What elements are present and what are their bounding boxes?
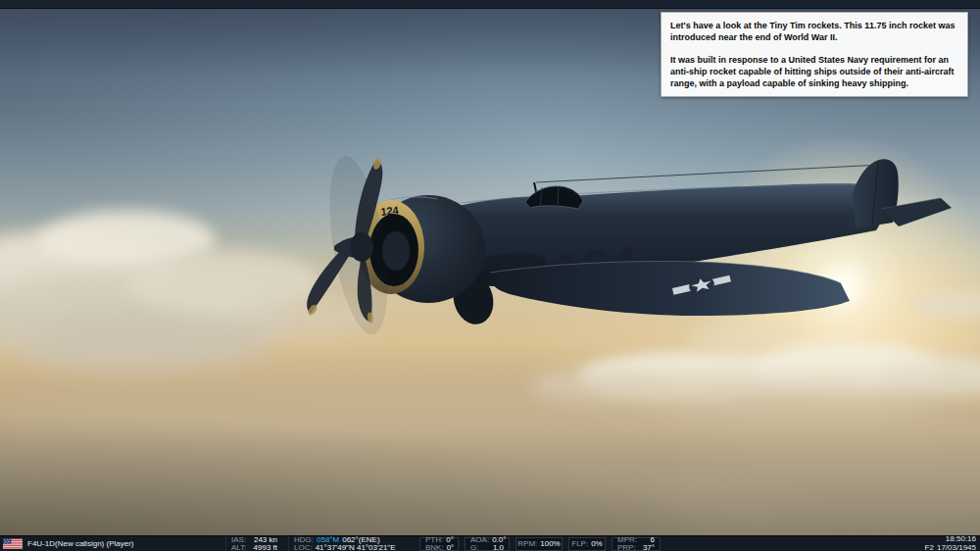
player-name: F4U-1D(New callsign) (Player) bbox=[27, 539, 133, 548]
loc-label: LOC: bbox=[294, 544, 313, 551]
us-flag-icon bbox=[3, 538, 23, 549]
info-bar: F4U-1D(New callsign) (Player) IAS:243 kn… bbox=[0, 535, 980, 551]
g-value: 1.0 bbox=[493, 544, 504, 551]
aoa-g-readout: AOA:0.0° G:1.0 bbox=[465, 537, 510, 551]
canopy bbox=[525, 186, 583, 209]
bnk-value: 0° bbox=[447, 544, 455, 551]
bnk-label: BNK: bbox=[425, 544, 444, 551]
prp-value: 37° bbox=[643, 544, 655, 551]
flp-label: FLP: bbox=[571, 540, 588, 548]
nose-number: 124 bbox=[380, 204, 401, 218]
speed-alt-readout: IAS:243 kn ALT:4993 ft bbox=[225, 536, 282, 551]
briefing-paragraph: Let's have a look at the Tiny Tim rocket… bbox=[670, 20, 958, 43]
view-indicator: F2 bbox=[925, 544, 934, 551]
flight-readouts: IAS:243 kn ALT:4993 ft HDG:058°M062°(ENE… bbox=[225, 536, 661, 551]
mission-date: 17/03/1945 bbox=[937, 544, 976, 551]
briefing-paragraph: It was built in response to a United Sta… bbox=[670, 54, 958, 89]
rpm-readout: RPM:100% bbox=[515, 537, 563, 551]
rpm-value: 100% bbox=[540, 540, 560, 548]
alt-label: ALT: bbox=[231, 544, 246, 551]
flp-value: 0% bbox=[591, 540, 603, 548]
mission-time: 18:50:16 bbox=[946, 535, 976, 543]
pitch-bank-readout: PTH:0° BNK:0° bbox=[419, 537, 459, 551]
clock-readout: 18:50:16 F2 17/03/1945 bbox=[925, 535, 980, 551]
wing bbox=[489, 261, 850, 316]
rpm-label: RPM: bbox=[517, 540, 537, 548]
loc-value: 41°37'49"N 41°03'21"E bbox=[316, 544, 396, 551]
player-info: F4U-1D(New callsign) (Player) bbox=[0, 538, 225, 549]
prp-label: PRP: bbox=[617, 544, 636, 551]
g-label: G: bbox=[470, 544, 478, 551]
propeller bbox=[307, 152, 398, 338]
flaps-readout: FLP:0% bbox=[568, 537, 606, 551]
mpr-prp-readout: MPR:6 PRP:37° bbox=[612, 537, 661, 551]
alt-value: 4993 ft bbox=[254, 544, 277, 551]
simulator-viewport: 124 bbox=[0, 0, 980, 551]
briefing-message-box: Let's have a look at the Tiny Tim rocket… bbox=[661, 12, 968, 97]
top-menu-strip[interactable] bbox=[0, 0, 980, 9]
tail bbox=[853, 159, 952, 228]
hdg-loc-readout: HDG:058°M062°(ENE) LOC:41°37'49"N 41°03'… bbox=[288, 536, 414, 551]
